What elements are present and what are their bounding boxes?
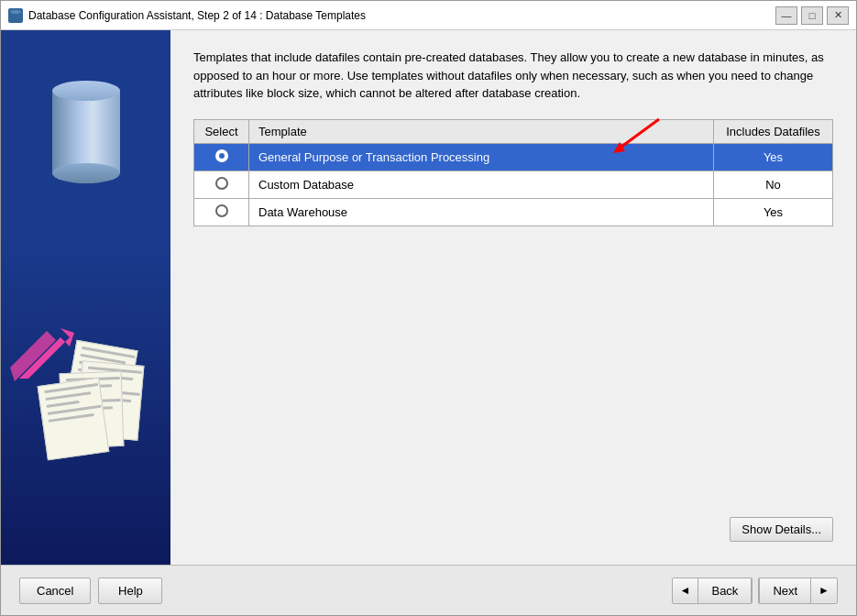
table-row[interactable]: Data Warehouse Yes <box>194 198 833 226</box>
back-prev-arrow[interactable]: ◄ <box>673 578 698 602</box>
svg-point-1 <box>10 10 21 14</box>
nav-buttons: ◄ Back Next ► <box>672 578 838 604</box>
template-name-custom[interactable]: Custom Database <box>249 170 714 198</box>
doc-line <box>47 401 80 408</box>
db-top <box>52 81 120 101</box>
show-details-row: Show Details... <box>193 517 833 551</box>
col-header-datafiles: Includes Datafiles <box>714 119 833 143</box>
svg-point-2 <box>10 17 21 21</box>
radio-cell-general[interactable] <box>194 143 249 170</box>
help-button[interactable]: Help <box>98 578 162 604</box>
bottom-bar: Cancel Help ◄ Back Next ► <box>1 565 856 615</box>
window-controls: — □ ✕ <box>775 6 849 25</box>
radio-button-general[interactable] <box>215 149 228 162</box>
main-window: Database Configuration Assistant, Step 2… <box>0 0 857 616</box>
table-body: General Purpose or Transaction Processin… <box>194 143 833 226</box>
col-header-select: Select <box>194 119 249 143</box>
table-row[interactable]: General Purpose or Transaction Processin… <box>194 143 833 170</box>
bottom-left-buttons: Cancel Help <box>19 578 162 604</box>
app-icon <box>8 8 23 23</box>
cancel-button[interactable]: Cancel <box>19 578 91 604</box>
radio-button-warehouse[interactable] <box>215 204 228 217</box>
content-area: Templates that include datafiles contain… <box>170 30 856 565</box>
header-row: Select Template Includes Datafiles <box>194 119 833 143</box>
datafiles-value-warehouse: Yes <box>714 198 833 226</box>
next-nav-group[interactable]: Next ► <box>758 578 838 604</box>
window-title: Database Configuration Assistant, Step 2… <box>28 9 775 22</box>
main-content: Templates that include datafiles contain… <box>1 30 856 565</box>
next-arrow-btn[interactable]: ► <box>811 578 837 602</box>
maximize-button[interactable]: □ <box>801 6 823 25</box>
description-text: Templates that include datafiles contain… <box>193 49 833 103</box>
minimize-button[interactable]: — <box>775 6 797 25</box>
datafiles-value-general: Yes <box>714 143 833 170</box>
datafiles-value-custom: No <box>714 170 833 198</box>
close-button[interactable]: ✕ <box>827 6 849 25</box>
doc-line <box>44 383 98 393</box>
table-container: Select Template Includes Datafiles <box>193 119 833 226</box>
prev-arrow-icon: ◄ <box>680 584 691 597</box>
documents-stack <box>19 326 152 487</box>
title-bar: Database Configuration Assistant, Step 2… <box>1 1 856 30</box>
doc-line <box>46 391 91 401</box>
next-button[interactable]: Next <box>759 578 811 603</box>
back-nav-group[interactable]: ◄ Back <box>672 578 753 604</box>
show-details-button[interactable]: Show Details... <box>730 517 833 542</box>
content-spacer <box>193 226 833 509</box>
sidebar-visual <box>1 30 170 565</box>
col-header-template: Template <box>249 119 714 143</box>
back-button[interactable]: Back <box>698 578 752 603</box>
radio-cell-warehouse[interactable] <box>194 198 249 226</box>
database-icon <box>52 81 120 183</box>
db-body <box>52 91 120 173</box>
template-name-warehouse[interactable]: Data Warehouse <box>249 198 714 226</box>
radio-button-custom[interactable] <box>215 177 228 190</box>
template-name-general[interactable]: General Purpose or Transaction Processin… <box>249 143 714 170</box>
radio-cell-custom[interactable] <box>194 170 249 198</box>
sidebar <box>1 30 170 565</box>
table-row[interactable]: Custom Database No <box>194 170 833 198</box>
doc-line <box>49 413 93 423</box>
db-bottom <box>52 163 120 183</box>
window-body: Templates that include datafiles contain… <box>1 30 856 615</box>
table-header: Select Template Includes Datafiles <box>194 119 833 143</box>
document-icon-3 <box>38 378 110 461</box>
bottom-right-buttons: ◄ Back Next ► <box>672 578 838 604</box>
template-table: Select Template Includes Datafiles <box>193 119 833 226</box>
next-arrow-icon: ► <box>819 584 830 597</box>
